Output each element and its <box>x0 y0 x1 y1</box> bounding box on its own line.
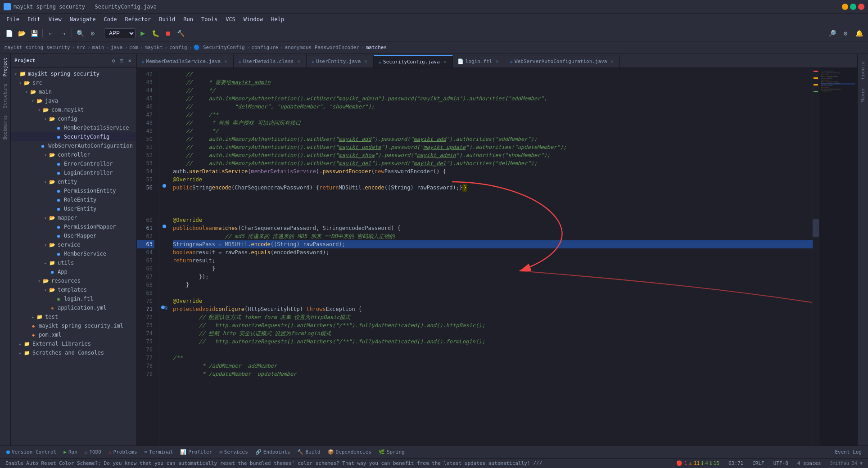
bc-configure[interactable]: configure <box>251 45 278 50</box>
tree-item-app[interactable]: ● App <box>11 267 136 276</box>
bookmarks-tab[interactable]: Bookmarks <box>1 112 9 143</box>
scroll-thumb[interactable] <box>813 219 819 237</box>
tab-close-loginftl[interactable]: × <box>494 58 500 65</box>
menu-navigate[interactable]: Navigate <box>66 15 99 23</box>
tab-close-securityconfig[interactable]: × <box>442 58 448 65</box>
debug-button[interactable]: 🐛 <box>150 28 161 39</box>
notification-text[interactable]: Enable Auto Reset Color Scheme?: Do you … <box>4 460 544 467</box>
open-button[interactable]: 📂 <box>16 28 27 39</box>
event-log-button[interactable]: Event Log <box>832 448 864 456</box>
tree-item-test[interactable]: ▸ 📁 test <box>11 312 136 321</box>
tree-item-java[interactable]: ▾ 📂 java <box>11 96 136 105</box>
bc-src[interactable]: src <box>77 45 86 50</box>
build-button[interactable]: 🔨 <box>175 28 186 39</box>
code-content[interactable]: // // * 需要给mayikt_admin // */ // auth.in… <box>168 68 813 446</box>
close-button[interactable] <box>858 4 864 10</box>
maven-tab[interactable]: Maven <box>858 84 868 106</box>
tree-item-entity[interactable]: ▾ 📂 entity <box>11 177 136 186</box>
tree-item-utils[interactable]: ▸ 📁 utils <box>11 258 136 267</box>
encoding[interactable]: UTF-8 <box>772 460 790 467</box>
project-close-icon[interactable]: × <box>127 58 133 64</box>
tree-item-resources[interactable]: ▾ 📂 resources <box>11 276 136 285</box>
maximize-button[interactable] <box>850 4 856 10</box>
problems-button[interactable]: ⚠ Problems <box>106 448 140 456</box>
new-file-button[interactable]: 📄 <box>4 28 14 39</box>
spring-button[interactable]: 🌿 Spring <box>376 448 407 456</box>
run-config-select[interactable]: APP <box>104 28 136 38</box>
bc-mayikt[interactable]: mayikt <box>145 45 163 50</box>
services-button[interactable]: ⚙ Services <box>217 448 251 456</box>
tab-close-memberdetails[interactable]: × <box>222 58 229 65</box>
tab-userentity[interactable]: ☕ UserEntity.java × <box>307 55 374 68</box>
tab-securityconfig[interactable]: ☕ SecurityConfig.java × <box>374 55 452 68</box>
dependencies-button[interactable]: 📦 Dependencies <box>325 448 374 456</box>
menu-edit[interactable]: Edit <box>24 15 44 23</box>
line-sep[interactable]: CRLF <box>750 460 766 467</box>
tree-item-application.yml[interactable]: ◈ application.yml <box>11 303 136 312</box>
menu-vcs[interactable]: VCS <box>222 15 239 23</box>
bc-config[interactable]: config <box>169 45 187 50</box>
settings-button[interactable]: ⚙ <box>87 28 98 39</box>
forward-button[interactable]: → <box>58 28 69 39</box>
tree-item-main[interactable]: ▾ 📂 main <box>11 87 136 96</box>
tree-item-memberservice[interactable]: ● MemberService <box>11 249 136 258</box>
error-count[interactable]: 🔴 1 ⚠ 11 ℹ 4 ℹ 15 <box>674 460 721 467</box>
build-button-bottom[interactable]: 🔨 Build <box>294 448 323 456</box>
minimize-button[interactable] <box>842 4 848 10</box>
save-button[interactable]: 💾 <box>29 28 40 39</box>
tree-item-roleentity[interactable]: ● RoleEntity <box>11 195 136 204</box>
preferences-button[interactable]: ⚙ <box>840 28 851 39</box>
notifications-button[interactable]: 🔔 <box>854 28 864 39</box>
tree-item-com.mayikt[interactable]: ▾ 📂 com.mayikt <box>11 105 136 114</box>
bc-java[interactable]: java <box>111 45 123 50</box>
tab-memberdetailsservice[interactable]: ☕ MemberDetailsService.java × <box>137 55 234 68</box>
bc-root[interactable]: mayikt-spring-security <box>5 45 70 50</box>
profiler-button[interactable]: 📊 Profiler <box>177 448 215 456</box>
smith-font[interactable]: SmithWu 34 ▼ <box>828 460 864 466</box>
endpoints-button[interactable]: 🔗 Endpoints <box>253 448 293 456</box>
menu-help[interactable]: Help <box>267 15 288 23</box>
tree-item-controller[interactable]: ▾ 📂 controller <box>11 150 136 159</box>
tree-item-src[interactable]: ▾ 📂 src <box>11 78 136 87</box>
tree-item-errorcontroller[interactable]: ● ErrorController <box>11 159 136 168</box>
tree-item-memberdetailsservice[interactable]: ● MemberDetailsService <box>11 123 136 132</box>
search-everywhere-button[interactable]: 🔍 <box>75 28 86 39</box>
tree-item-securityconfig[interactable]: ● SecurityConfig <box>11 132 136 141</box>
tab-close-userentity[interactable]: × <box>362 58 369 65</box>
scrollbar-stripe[interactable] <box>813 68 819 446</box>
tree-item-userentity[interactable]: ● UserEntity <box>11 204 136 213</box>
tree-item-mapper[interactable]: ▾ 📂 mapper <box>11 213 136 222</box>
tab-close-webserver[interactable]: × <box>609 58 615 65</box>
back-button[interactable]: ← <box>45 28 56 39</box>
project-settings-icon[interactable]: ⚙ <box>110 58 117 64</box>
tree-item-config[interactable]: ▾ 📂 config <box>11 114 136 123</box>
indent[interactable]: 4 spaces <box>796 460 823 467</box>
tree-item-permissionmapper[interactable]: ● PermissionMapper <box>11 222 136 231</box>
tree-item-logincontroller[interactable]: ● LoginController <box>11 168 136 177</box>
menu-run[interactable]: Run <box>180 15 197 23</box>
run-button[interactable]: ▶ <box>137 28 148 39</box>
project-tab[interactable]: Project <box>1 54 9 80</box>
tab-close-userdetails[interactable]: × <box>295 58 302 65</box>
menu-window[interactable]: Window <box>240 15 267 23</box>
tab-userdetails[interactable]: ☕ UserDetails.class × <box>234 55 307 68</box>
menu-view[interactable]: View <box>45 15 65 23</box>
stop-button[interactable]: ⏹ <box>163 28 173 39</box>
search-button[interactable]: 🔎 <box>827 28 837 39</box>
tree-item-pom.xml[interactable]: ◆ pom.xml <box>11 330 136 339</box>
tree-item-permissionentity[interactable]: ● PermissionEntity <box>11 186 136 195</box>
menu-tools[interactable]: Tools <box>198 15 221 23</box>
todo-button[interactable]: ☑ TODO <box>82 448 104 456</box>
bc-securityconfig[interactable]: 🔵 SecurityConfig <box>194 45 244 50</box>
tree-item-external-libraries[interactable]: ▸ 📁 External Libraries <box>11 339 136 348</box>
version-control-button[interactable]: Version Control <box>4 448 59 456</box>
bc-com[interactable]: com <box>129 45 138 50</box>
tree-item-login.ftl[interactable]: ◉ login.ftl <box>11 294 136 303</box>
tree-item-mayikt-spring-security.iml[interactable]: ◆ mayikt-spring-security.iml <box>11 321 136 330</box>
tree-item-service[interactable]: ▾ 📂 service <box>11 240 136 249</box>
tree-item-scratches-and-consoles[interactable]: ▸ 📁 Scratches and Consoles <box>11 348 136 357</box>
menu-code[interactable]: Code <box>100 15 121 23</box>
tab-webserver[interactable]: ☕ WebServerAutoConfiguration.java × <box>505 55 620 68</box>
tab-loginftl[interactable]: 📄 login.ftl × <box>453 55 506 68</box>
structure-tab[interactable]: Structure <box>1 80 9 112</box>
